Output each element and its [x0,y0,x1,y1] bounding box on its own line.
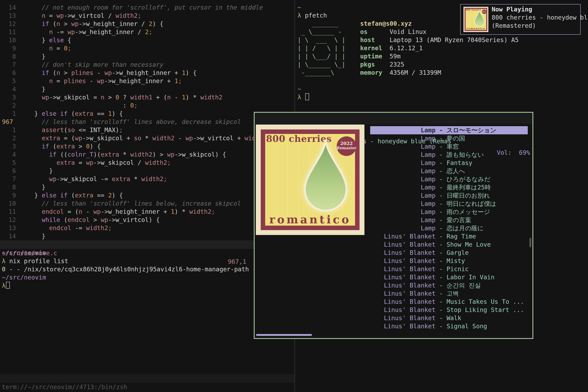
code-line: 5 extra = wp->w_skipcol / width2; [0,159,285,167]
line-number: 13 [0,12,20,20]
playlist-row[interactable]: Linus' Blanket - Music Takes Us To ... [370,298,528,306]
playlist-row[interactable]: Lamp - スロ〜モ〜ション [370,126,528,134]
playlist-song-title: 最終列車は25時 [446,183,491,192]
playlist-song-title: Fantasy [446,159,472,167]
playlist-row[interactable]: Linus' Blanket - 순간의 진실 [370,281,528,290]
playlist-separator: - [436,151,446,159]
playlist-row[interactable]: Linus' Blanket - Misty [370,257,528,265]
playlist-artist: Linus' Blanket [370,290,436,298]
playlist-artist: Lamp [370,224,436,232]
playlist-row[interactable]: Lamp - 最終列車は25時 [370,183,528,192]
playlist-row[interactable]: Lamp - 誰も知らない [370,151,528,159]
code-text: n = plines - wp->w_height_inner + 1; [20,78,182,84]
playlist-separator: - [436,134,446,142]
line-number: 14 [0,232,20,240]
playlist-row[interactable]: Linus' Blanket - Show Me Love [370,240,528,249]
playlist-song-title: Rag Time [446,232,476,240]
code-editor[interactable]: 14 // not enough room for 'scrolloff', p… [0,4,285,240]
playlist-separator: - [436,240,446,249]
playlist-row[interactable]: Lamp - 雨のメッセージ [370,208,528,216]
line-number: 2 [0,102,20,110]
line-number: 1 [0,126,20,134]
playlist-row[interactable]: Lamp - 恋は月の蔭に [370,224,528,232]
notification-track: 800 cherries - honeydew blue [492,14,588,22]
playlist-separator: - [436,281,446,290]
line-number: 7 [0,175,20,183]
playlist-row[interactable]: Lamp - 日曜日のお別れ [370,192,528,200]
playlist-row[interactable]: Lamp - 愛の言葉 [370,216,528,224]
code-text: } [20,184,45,191]
nvim-statusline: src/nvim/move.c 967,1 [0,240,294,249]
album-art: 800 cherries2022Remasterromantico [256,124,364,235]
line-number: 13 [0,224,20,232]
line-number: 1 [0,110,20,118]
embedded-terminal[interactable]: ~/src/neovimλ nix profile list0 - - /nix… [2,249,249,290]
playlist-row[interactable]: Linus' Blanket - Gargle [370,249,528,257]
playlist-artist: Lamp [370,134,436,142]
playlist-separator: - [436,216,446,224]
album-title-text: romantico [265,216,355,224]
progress-bar[interactable] [256,334,312,336]
code-text: wp->w_skipcol = n > 0 ? width1 + (n - 1)… [20,94,222,101]
pfetch-value: 6.12.12_1 [390,44,423,52]
playlist-row[interactable]: Lamp - 恋人へ [370,167,528,175]
playlist-artist: Linus' Blanket [370,322,436,330]
playlist-row[interactable]: Lamp - 夢の国 [370,134,528,142]
playlist-song-title: Show Me Love [446,240,491,249]
playlist-artist: Linus' Blanket [370,249,436,257]
line-number: 2 [0,134,20,142]
playlist-row[interactable]: Linus' Blanket - Signal Song [370,322,528,330]
neovim-terminal-window[interactable]: 14 // not enough room for 'scrolloff', p… [0,0,294,392]
now-playing-notification[interactable]: 800 cherries2022Remasterromantico Now Pl… [460,4,581,35]
playlist-row[interactable]: Linus' Blanket - Picnic [370,265,528,273]
playlist-artist: Lamp [370,159,436,167]
pfetch-line: -_______\memory4356M / 31399M [298,68,588,77]
playlist-artist: Linus' Blanket [370,240,436,249]
music-player-window[interactable]: [Playing] herries - honeydew blue (Remas… [254,112,533,339]
playlist-song-title: Picnic [446,265,468,273]
notification-album-thumbnail: 800 cherries2022Remasterromantico [464,7,488,32]
code-text: n = 0; [20,45,71,52]
pfetch-value: 4356M / 31399M [390,68,441,77]
playlist-artist: Linus' Blanket [370,281,436,290]
playlist-song-title: 日曜日のお別れ [446,192,490,200]
code-text: } else if (extra == 2) { [20,192,123,199]
playlist-row[interactable]: Linus' Blanket - Walk [370,314,528,322]
playlist-row[interactable]: Lamp - 車窓 [370,142,528,151]
terminal-statusline: term://~/src/neovim//4713:/bin/zsh 14,3-… [0,374,294,383]
line-number: 9 [0,191,20,200]
code-line: 12 if (n > wp->w_height_inner / 2) { [0,20,285,28]
code-line: 3 if (extra > 0) { [0,142,285,150]
code-text: wp->w_skipcol -= extra * width2; [20,176,167,182]
line-number: 5 [0,77,20,85]
pfetch-value: Void Linux [390,28,426,36]
playlist-row[interactable]: Linus' Blanket - 고백 [370,290,528,298]
code-text: while (endcol > wp->w_virtcol) { [20,216,160,223]
code-text: } [20,53,45,60]
code-line: 8 } [0,183,285,191]
playlist-separator: - [436,265,446,273]
album-art-frame: 800 cherries2022Remasterromantico [465,8,487,31]
line-number: 8 [0,183,20,191]
terminal-line: ~/src/neovim [2,249,249,257]
playlist-row[interactable]: Lamp - 明日になれば僕は [370,200,528,208]
playlist-scrollbar-thumb[interactable] [530,238,531,247]
pfetch-line: | | / \ | |kernel6.12.12_1 [298,44,588,52]
playlist-song-title: 誰も知らない [446,151,484,159]
pfetch-label: os [360,28,390,36]
playlist-row[interactable]: Lamp - ひろがるなみだ [370,175,528,183]
code-line: 6 if (n > plines - wp->w_height_inner + … [0,69,285,77]
playlist-artist: Lamp [370,183,436,192]
playlist-row[interactable]: Linus' Blanket - Stop Liking Start ... [370,306,528,314]
playlist-separator: - [436,257,446,265]
code-text: // less than 'scrolloff' lines below, in… [20,200,241,207]
code-line: 11 n -= wp->w_height_inner / 2; [0,28,285,36]
playlist-row[interactable]: Linus' Blanket - Labor In Vain [370,273,528,281]
playlist-song-title: Stop Liking Start ... [446,306,524,314]
playlist[interactable]: Lamp - スロ〜モ〜ションLamp - 夢の国Lamp - 車窓Lamp -… [370,126,528,330]
playlist-row[interactable]: Lamp - Fantasy [370,159,528,167]
playlist-row[interactable]: Linus' Blanket - Rag Time [370,232,528,240]
line-number: 11 [0,28,20,36]
playlist-song-title: 夢の国 [446,134,465,142]
terminal-line: ~ [298,85,588,93]
